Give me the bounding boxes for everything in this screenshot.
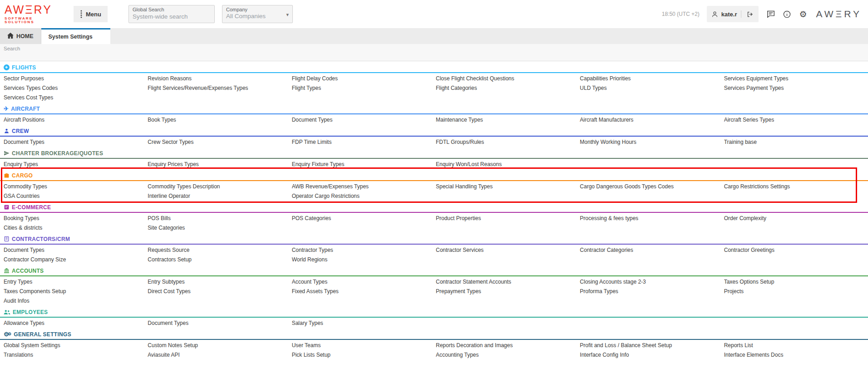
settings-link-booking-types[interactable]: Booking Types (4, 214, 148, 223)
settings-link-interface-elements-docs[interactable]: Interface Elements Docs (724, 350, 868, 360)
settings-link-processing-fees-types[interactable]: Processing & fees types (580, 214, 724, 223)
settings-link-services-equipment-types[interactable]: Services Equipment Types (724, 74, 868, 83)
settings-link-reports-list[interactable]: Reports List (724, 341, 868, 350)
settings-link-commodity-types[interactable]: Commodity Types (4, 182, 148, 191)
info-icon[interactable] (783, 10, 791, 18)
settings-link-site-categories[interactable]: Site Categories (148, 223, 291, 233)
settings-link-accounting-types[interactable]: Accounting Types (436, 350, 580, 360)
settings-link-close-flight-checklist-questions[interactable]: Close Flight Checklist Questions (436, 74, 580, 83)
settings-link-custom-notes-setup[interactable]: Custom Notes Setup (148, 341, 291, 350)
settings-link-special-handling-types[interactable]: Special Handling Types (436, 182, 580, 191)
tab-system-settings-label: System Settings (49, 34, 93, 40)
settings-link-flight-services-revenue-expenses-types[interactable]: Flight Services/Revenue/Expenses Types (148, 83, 291, 93)
settings-link-contractor-company-size[interactable]: Contractor Company Size (4, 255, 148, 265)
settings-link-aircraft-manufacturers[interactable]: Aircraft Manufacturers (580, 115, 724, 125)
settings-link-projects[interactable]: Projects (724, 287, 868, 296)
settings-link-contractor-categories[interactable]: Contractor Categories (580, 245, 724, 255)
settings-link-prepayment-types[interactable]: Prepayment Types (436, 287, 580, 296)
settings-link-services-cost-types[interactable]: Services Cost Types (4, 93, 148, 103)
settings-link-awb-revenue-expenses-types[interactable]: AWB Revenue/Expenses Types (292, 182, 436, 191)
settings-link-commodity-types-description[interactable]: Commodity Types Description (148, 182, 291, 191)
tab-home[interactable]: HOME (0, 28, 41, 44)
settings-link-user-teams[interactable]: User Teams (292, 341, 436, 350)
settings-link-aircraft-series-types[interactable]: Aircraft Series Types (724, 115, 868, 125)
settings-link-revision-reasons[interactable]: Revision Reasons (148, 74, 291, 83)
settings-link-entry-subtypes[interactable]: Entry Subtypes (148, 277, 291, 287)
settings-link-contractors-setup[interactable]: Contractors Setup (148, 255, 291, 265)
settings-link-flight-types[interactable]: Flight Types (292, 83, 436, 93)
settings-link-training-base[interactable]: Training base (724, 137, 868, 147)
cargo-icon (4, 172, 10, 178)
settings-link-document-types[interactable]: Document Types (148, 319, 291, 328)
global-search-input[interactable] (133, 13, 211, 20)
settings-link-enquiry-types[interactable]: Enquiry Types (4, 160, 148, 169)
settings-link-contractor-greetings[interactable]: Contractor Greetings (724, 245, 868, 255)
settings-link-world-regions[interactable]: World Regions (292, 255, 436, 265)
settings-link-entry-types[interactable]: Entry Types (4, 277, 148, 287)
menu-button-label: Menu (86, 11, 101, 18)
settings-link-flight-categories[interactable]: Flight Categories (436, 83, 580, 93)
settings-link-document-types[interactable]: Document Types (4, 245, 148, 255)
settings-link-aviasuite-api[interactable]: Aviasuite API (148, 350, 291, 360)
settings-link-profit-and-loss-balance-sheet-setup[interactable]: Profit and Loss / Balance Sheet Setup (580, 341, 724, 350)
settings-link-cargo-restrictions-settings[interactable]: Cargo Restrictions Settings (724, 182, 868, 191)
settings-link-cities-districts[interactable]: Cities & districts (4, 223, 148, 233)
global-search-box[interactable]: Global Search (128, 5, 215, 23)
settings-link-enquiry-won-lost-reasons[interactable]: Enquiry Won/Lost Reasons (436, 160, 580, 169)
settings-link-interface-config-info[interactable]: Interface Config Info (580, 350, 724, 360)
settings-link-document-types[interactable]: Document Types (4, 137, 148, 147)
settings-search-input[interactable]: Search (0, 44, 868, 61)
settings-link-aircraft-positions[interactable]: Aircraft Positions (4, 115, 148, 125)
settings-link-audit-infos[interactable]: Audit Infos (4, 296, 148, 306)
settings-link-requests-source[interactable]: Requests Source (148, 245, 291, 255)
settings-link-capabilities-priorities[interactable]: Capabilities Priorities (580, 74, 724, 83)
settings-link-global-system-settings[interactable]: Global System Settings (4, 341, 148, 350)
user-chip[interactable]: kate.r (707, 6, 759, 22)
settings-link-salary-types[interactable]: Salary Types (292, 319, 436, 328)
settings-link-uld-types[interactable]: ULD Types (580, 83, 724, 93)
settings-link-product-properties[interactable]: Product Properties (436, 214, 580, 223)
settings-link-book-types[interactable]: Book Types (148, 115, 291, 125)
settings-link-pick-lists-setup[interactable]: Pick Lists Setup (292, 350, 436, 360)
settings-link-monthly-working-hours[interactable]: Monthly Working Hours (580, 137, 724, 147)
settings-link-order-complexity[interactable]: Order Complexity (724, 214, 868, 223)
settings-link-reports-decoration-and-images[interactable]: Reports Decoration and Images (436, 341, 580, 350)
logout-icon[interactable] (746, 11, 754, 18)
settings-link-pos-bills[interactable]: POS Bills (148, 214, 291, 223)
settings-link-account-types[interactable]: Account Types (292, 277, 436, 287)
settings-link-cargo-dangerous-goods-types-codes[interactable]: Cargo Dangerous Goods Types Codes (580, 182, 724, 191)
settings-link-pos-categories[interactable]: POS Categories (292, 214, 436, 223)
settings-link-direct-cost-types[interactable]: Direct Cost Types (148, 287, 291, 296)
settings-link-operator-cargo-restrictions[interactable]: Operator Cargo Restrictions (292, 191, 436, 201)
settings-link-document-types[interactable]: Document Types (292, 115, 436, 125)
settings-link-fdtl-groups-rules[interactable]: FDTL Groups/Rules (436, 137, 580, 147)
settings-link-maintenance-types[interactable]: Maintenance Types (436, 115, 580, 125)
settings-link-allowance-types[interactable]: Allowance Types (4, 319, 148, 328)
settings-link-services-types-codes[interactable]: Services Types Codes (4, 83, 148, 93)
settings-link-interline-operator[interactable]: Interline Operator (148, 191, 291, 201)
settings-link-gsa-countries[interactable]: GSA Countries (4, 191, 148, 201)
settings-link-contractor-services[interactable]: Contractor Services (436, 245, 580, 255)
settings-link-contractor-statement-accounts[interactable]: Contractor Statement Accounts (436, 277, 580, 287)
settings-link-crew-sector-types[interactable]: Crew Sector Types (148, 137, 291, 147)
settings-link-flight-delay-codes[interactable]: Flight Delay Codes (292, 74, 436, 83)
settings-link-sector-purposes[interactable]: Sector Purposes (4, 74, 148, 83)
settings-link-fdp-time-limits[interactable]: FDP Time Limits (292, 137, 436, 147)
settings-link-proforma-types[interactable]: Proforma Types (580, 287, 724, 296)
feedback-chat-icon[interactable] (767, 10, 775, 18)
awery-logo[interactable]: AWΞRY SOFTWARE SOLUTIONS (5, 4, 58, 24)
settings-link-enquiry-prices-types[interactable]: Enquiry Prices Types (148, 160, 291, 169)
gear-icon[interactable]: ⚙ (799, 10, 807, 19)
company-select[interactable]: Company All Companies ▾ (222, 5, 293, 23)
settings-link-closing-accounts-stage-2-3[interactable]: Closing Accounts stage 2-3 (580, 277, 724, 287)
settings-link-taxes-components-setup[interactable]: Taxes Components Setup (4, 287, 148, 296)
settings-link-contractor-types[interactable]: Contractor Types (292, 245, 436, 255)
settings-link-enquiry-fixture-types[interactable]: Enquiry Fixture Types (292, 160, 436, 169)
tab-system-settings[interactable]: System Settings (41, 28, 110, 44)
section-links-cargo: Commodity TypesCommodity Types Descripti… (0, 181, 868, 201)
settings-link-taxes-options-setup[interactable]: Taxes Options Setup (724, 277, 868, 287)
settings-link-translations[interactable]: Translations (4, 350, 148, 360)
settings-link-fixed-assets-types[interactable]: Fixed Assets Types (292, 287, 436, 296)
menu-button[interactable]: Menu (74, 6, 108, 22)
settings-link-services-payment-types[interactable]: Services Payment Types (724, 83, 868, 93)
